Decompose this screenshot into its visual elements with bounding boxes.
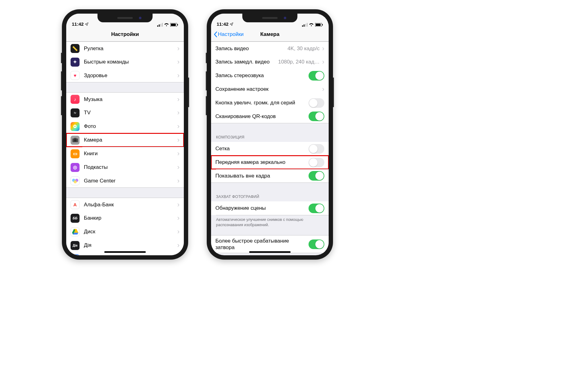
settings-group-media: ♪ Музыка › tv TV › ✿ Фото › (66, 92, 184, 188)
cell-shortcuts[interactable]: ✦ Быстрые команды › (66, 55, 184, 69)
svg-rect-19 (307, 23, 308, 27)
chevron-icon: › (177, 228, 179, 236)
nav-back-button[interactable]: Настройки (214, 31, 244, 37)
cell-diia[interactable]: Дія Дія › (66, 239, 184, 252)
label: Альфа-Банк (84, 202, 177, 208)
chevron-icon: › (177, 109, 179, 117)
nav-title: Настройки (111, 31, 139, 37)
label: Фото (84, 123, 177, 129)
chevron-icon: › (177, 163, 179, 171)
home-indicator[interactable] (104, 251, 146, 253)
chevron-icon: › (177, 255, 179, 256)
bankir-icon: ББ (71, 214, 80, 223)
svg-point-8 (74, 139, 76, 142)
cell-qr-scan[interactable]: Сканирование QR-кодов (211, 110, 329, 123)
camera-group-capture: ЗАХВАТ ФОТОГРАФИЙ Обнаружение сцены Авто… (211, 193, 329, 230)
svg-rect-21 (316, 24, 321, 26)
cell-disk[interactable]: Диск › (66, 225, 184, 239)
home-indicator[interactable] (249, 251, 291, 253)
cell-tv[interactable]: tv TV › (66, 106, 184, 120)
back-label: Настройки (218, 31, 244, 37)
cell-photos[interactable]: ✿ Фото › (66, 120, 184, 133)
label: Кнопка увелич. громк. для серий (215, 100, 309, 106)
label: Сетка (215, 146, 309, 152)
label: Запись замедл. видео (215, 59, 278, 65)
cell-mirror-front[interactable]: Передняя камера зеркально (211, 156, 329, 169)
cell-books[interactable]: ▭ Книги › (66, 147, 184, 160)
drive-icon (71, 227, 80, 236)
svg-rect-16 (302, 25, 303, 27)
status-time: 11:42 (217, 21, 228, 27)
nav-title: Камера (260, 31, 279, 37)
label: Game Center (84, 178, 177, 184)
label: Подкасты (84, 164, 177, 170)
label: Быстрые команды (84, 59, 177, 65)
cell-music[interactable]: ♪ Музыка › (66, 92, 184, 106)
toggle-mirror-front[interactable] (309, 158, 324, 167)
notch (97, 14, 153, 22)
label: TV (84, 110, 177, 116)
nav-bar: Настройки Камера (211, 27, 329, 42)
chevron-icon: › (322, 85, 324, 93)
podcasts-icon: ◎ (71, 163, 80, 172)
cell-alfabank[interactable]: А Альфа-Банк › (66, 198, 184, 211)
cell-stereo[interactable]: Запись стереозвука (211, 69, 329, 82)
svg-rect-0 (157, 25, 158, 27)
cell-outside-frame[interactable]: Показывать вне кадра (211, 169, 329, 183)
cell-grid[interactable]: Сетка (211, 142, 329, 156)
cell-gamecenter[interactable]: Game Center › (66, 174, 184, 188)
detail-value: 1080p, 240 кад… (278, 59, 320, 65)
toggle-outside-frame[interactable] (309, 171, 324, 181)
chevron-icon: › (177, 122, 179, 130)
label: Показывать вне кадра (215, 173, 309, 179)
label: Книги (84, 151, 177, 157)
camera-group-composition: КОМПОЗИЦИЯ Сетка Передняя камера зеркаль… (211, 133, 329, 183)
cell-video-record[interactable]: Запись видео 4K, 30 кадр/с › (211, 42, 329, 55)
svg-rect-6 (177, 24, 178, 26)
toggle-stereo[interactable] (309, 71, 324, 81)
label: Сканирование QR-кодов (215, 113, 309, 120)
chevron-icon: › (177, 150, 179, 158)
toggle-faster-shutter[interactable] (309, 239, 324, 249)
wifi-icon (309, 23, 314, 27)
music-icon: ♪ (71, 95, 80, 104)
cell-ruletka[interactable]: 📏 Рулетка › (66, 42, 184, 55)
detail-value: 4K, 30 кадр/с (288, 46, 320, 52)
cell-health[interactable]: ♥ Здоровье › (66, 69, 184, 82)
label: Запись видео (215, 46, 288, 52)
label: Сохранение настроек (215, 86, 322, 92)
phone-mock-camera: 11:42 Настройки Камера Запись видео 4K, … (207, 9, 333, 260)
chevron-icon: › (177, 201, 179, 209)
toggle-qr[interactable] (309, 112, 324, 121)
cell-preserve-settings[interactable]: Сохранение настроек › (211, 82, 329, 96)
chevron-icon: › (177, 214, 179, 222)
chevron-left-icon (214, 31, 217, 37)
camera-group-main: Запись видео 4K, 30 кадр/с › Запись заме… (211, 42, 329, 123)
cell-volume-burst[interactable]: Кнопка увелич. громк. для серий (211, 96, 329, 110)
nav-bar: Настройки (66, 27, 184, 42)
cell-bankir[interactable]: ББ Банкир › (66, 211, 184, 225)
alfabank-icon: А (71, 200, 80, 209)
cell-scene-detect[interactable]: Обнаружение сцены (211, 201, 329, 215)
battery-icon (315, 23, 323, 27)
tv-icon: tv (71, 108, 80, 117)
toggle-volume-burst[interactable] (309, 98, 324, 108)
settings-group-shortcuts: 📏 Рулетка › ✦ Быстрые команды › ♥ Здоров… (66, 42, 184, 82)
toggle-grid[interactable] (309, 144, 324, 154)
label: Камера (84, 137, 177, 143)
toggle-scene-detect[interactable] (309, 204, 324, 213)
chevron-icon: › (322, 45, 324, 53)
cell-slomo-record[interactable]: Запись замедл. видео 1080p, 240 кад… › (211, 55, 329, 69)
ruler-icon: 📏 (71, 44, 80, 53)
photos-icon: ✿ (71, 122, 80, 131)
heart-icon: ♥ (71, 71, 80, 80)
notch (242, 14, 297, 22)
chevron-icon: › (177, 241, 179, 249)
svg-rect-5 (171, 24, 176, 26)
cell-podcasts[interactable]: ◎ Подкасты › (66, 160, 184, 174)
label: Банкир (84, 215, 177, 221)
settings-group-thirdparty: А Альфа-Банк › ББ Банкир › Диск › (66, 198, 184, 255)
chevron-icon: › (177, 177, 179, 185)
cell-camera[interactable]: Камера › (66, 133, 184, 147)
cell-faster-shutter[interactable]: Более быстрое срабатывание затвора (211, 235, 329, 253)
